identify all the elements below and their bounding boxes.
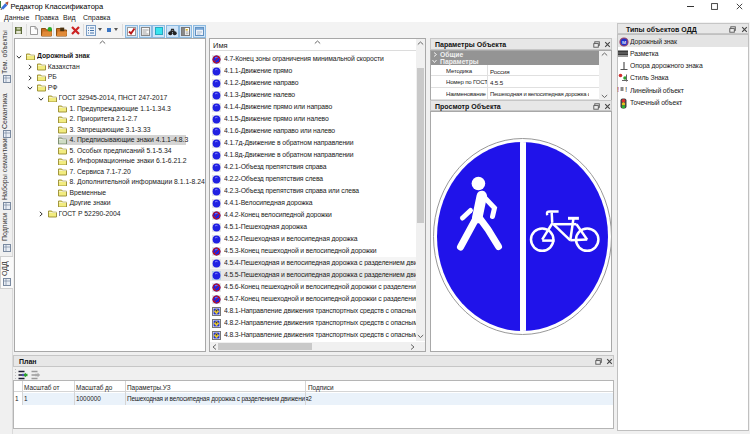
svg-text:м: м — [621, 39, 625, 45]
svg-text:!: ! — [625, 85, 627, 93]
svg-text:!: ! — [617, 85, 619, 93]
